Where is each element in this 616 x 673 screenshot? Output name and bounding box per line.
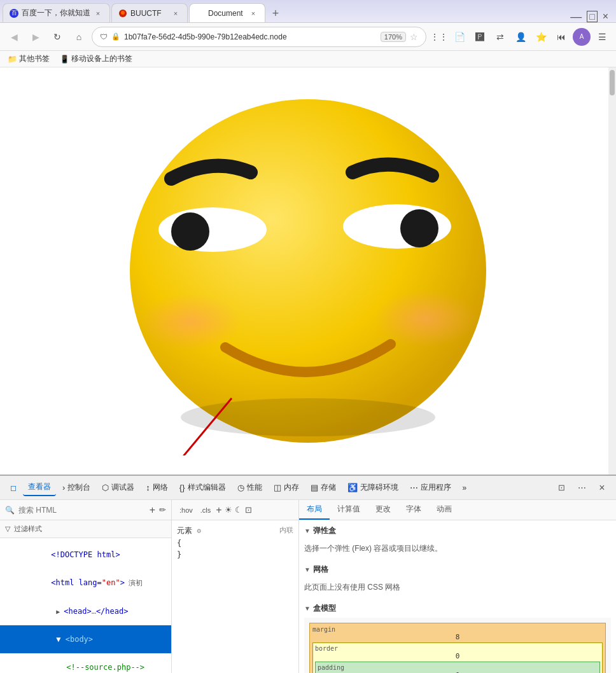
address-input-wrap[interactable]: 🛡 🔒 1b07fa7e-56d2-4d5b-990e-79b12eab4edc… xyxy=(92,27,426,47)
tab-layout[interactable]: 布局 xyxy=(299,500,330,520)
add-style-button[interactable]: + xyxy=(216,504,221,516)
html-panel: 🔍 + ✏ ▽ 过滤样式 <!DOCTYPE html> <html lang=… xyxy=(0,500,172,673)
layout-content: ▼ 弹性盒 选择一个弹性 (Flex) 容器或项目以继续。 ▼ 网格 此页面上没… xyxy=(299,520,616,673)
reader-button[interactable]: 📄 xyxy=(451,28,468,46)
emoji-face xyxy=(79,74,537,455)
extensions-button[interactable]: ⋮⋮ xyxy=(430,28,448,46)
html-line-comment[interactable]: <!--source.php--> xyxy=(0,653,171,673)
html-content: <!DOCTYPE html> <html lang="en"> 演初 ▶ <h… xyxy=(0,538,171,673)
css-content: 元素 ⚙ 内联 { } xyxy=(172,520,298,673)
mobile-bookmarks[interactable]: 📱 移动设备上的书签 xyxy=(57,52,135,66)
zoom-badge[interactable]: 170% xyxy=(381,32,406,42)
html-line-body[interactable]: ▼ <body> xyxy=(0,625,171,653)
box-model-header[interactable]: ▼ 盒模型 xyxy=(304,603,611,614)
maximize-button[interactable]: □ xyxy=(587,11,597,22)
grid-section-header[interactable]: ▼ 网格 xyxy=(304,564,611,575)
history-button[interactable]: ⏮ xyxy=(552,28,570,46)
avatar-button[interactable]: A xyxy=(573,28,591,46)
tab-document[interactable]: Document × xyxy=(189,3,265,22)
svg-point-1 xyxy=(121,11,125,15)
grid-arrow: ▼ xyxy=(304,566,311,573)
hov-button[interactable]: :hov xyxy=(177,505,195,515)
flex-section-header[interactable]: ▼ 弹性盒 xyxy=(304,525,611,536)
tab-close-document[interactable]: × xyxy=(248,8,258,18)
accessibility-tab[interactable]: ♿ 无障碍环境 xyxy=(342,480,403,496)
html-add-node-button[interactable]: + xyxy=(150,504,155,516)
app-icon: ⋯ xyxy=(410,483,418,492)
mobile-folder-icon: 📱 xyxy=(60,55,69,64)
new-tab-button[interactable]: + xyxy=(267,4,284,22)
folder-icon: 📁 xyxy=(8,55,17,64)
minimize-button[interactable]: — xyxy=(570,11,582,22)
overflow-button[interactable]: ⋯ xyxy=(573,479,591,497)
tab-baidu[interactable]: 百 百度一下，你就知道 × xyxy=(3,3,110,22)
layout-panel: 布局 计算值 更改 字体 动画 ▼ 弹性盒 选择一个弹性 (Flex) 容器或项… xyxy=(299,500,616,673)
cls-button[interactable]: .cls xyxy=(198,505,214,515)
profile-button[interactable]: 👤 xyxy=(512,28,529,46)
close-devtools-button[interactable]: × xyxy=(593,479,611,497)
close-window-button[interactable]: × xyxy=(603,11,608,22)
app-tab[interactable]: ⋯ 应用程序 xyxy=(405,480,456,496)
console-tab[interactable]: › 控制台 xyxy=(57,480,95,496)
screenshot-css-button[interactable]: ⊡ xyxy=(245,505,252,515)
debugger-label: 调试器 xyxy=(111,482,134,493)
margin-top-val[interactable]: 8 xyxy=(456,633,460,641)
page-content xyxy=(0,67,616,475)
network-label: 网络 xyxy=(153,482,168,493)
menu-button[interactable]: ☰ xyxy=(593,28,611,46)
star-icon[interactable]: ☆ xyxy=(410,32,418,42)
scrollbar-right[interactable] xyxy=(608,67,616,475)
dock-button[interactable]: ⊡ xyxy=(552,479,570,497)
debugger-tab[interactable]: ⬡ 调试器 xyxy=(97,480,139,496)
debugger-icon: ⬡ xyxy=(102,483,109,492)
box-model-section: ▼ 盒模型 margin 8 xyxy=(304,603,611,673)
address-text: 1b07fa7e-56d2-4d5b-990e-79b12eab4edc.nod… xyxy=(124,32,377,41)
other-bookmarks[interactable]: 📁 其他书签 xyxy=(5,52,52,66)
tab-computed[interactable]: 计算值 xyxy=(330,500,368,520)
network-tab[interactable]: ↕ 网络 xyxy=(141,480,173,496)
reload-button[interactable]: ↻ xyxy=(48,28,66,46)
dark-mode-button[interactable]: ☾ xyxy=(235,505,242,515)
home-button[interactable]: ⌂ xyxy=(70,28,88,46)
scrollbar-thumb[interactable] xyxy=(610,70,615,95)
inspector-icon[interactable]: ◻ xyxy=(5,481,22,495)
element-label: 元素 xyxy=(177,526,192,535)
tab-close-buuctf[interactable]: × xyxy=(171,8,181,18)
html-search-input[interactable] xyxy=(18,506,146,515)
html-line-html[interactable]: <html lang="en"> 演初 xyxy=(0,569,171,597)
memory-tab[interactable]: ◫ 内存 xyxy=(269,480,304,496)
storage-icon: ▤ xyxy=(311,483,318,492)
style-editor-icon: {} xyxy=(179,483,185,492)
filter-icon: ▽ xyxy=(5,525,10,533)
tab-close-baidu[interactable]: × xyxy=(93,8,103,18)
flex-section-body: 选择一个弹性 (Flex) 容器或项目以继续。 xyxy=(304,540,611,557)
tab-changes[interactable]: 更改 xyxy=(368,500,398,520)
tab-baidu-label: 百度一下，你就知道 xyxy=(22,8,90,18)
css-toolbar: :hov .cls + ☀ ☾ ⊡ xyxy=(172,500,298,520)
network-icon: ↕ xyxy=(146,483,150,492)
performance-icon: ◷ xyxy=(237,483,244,492)
sync-button[interactable]: ⇄ xyxy=(491,28,509,46)
html-line-doctype[interactable]: <!DOCTYPE html> xyxy=(0,541,171,569)
tab-buuctf[interactable]: BUUCTF × xyxy=(111,3,188,22)
border-top-val[interactable]: 0 xyxy=(456,652,460,660)
performance-tab[interactable]: ◷ 性能 xyxy=(232,480,267,496)
inspector-tab[interactable]: 查看器 xyxy=(23,479,56,496)
back-button[interactable]: ◀ xyxy=(5,28,23,46)
shield-icon: 🛡 xyxy=(100,32,108,41)
document-favicon xyxy=(196,9,205,18)
style-editor-tab[interactable]: {} 样式编辑器 xyxy=(174,480,231,496)
html-screenshot-button[interactable]: ✏ xyxy=(159,505,166,515)
tab-font[interactable]: 字体 xyxy=(398,500,429,520)
forward-button[interactable]: ▶ xyxy=(27,28,45,46)
bookmark-save-button[interactable]: ⭐ xyxy=(532,28,550,46)
pocket-button[interactable]: 🅿 xyxy=(471,28,489,46)
html-line-head[interactable]: ▶ <head>…</head> xyxy=(0,597,171,625)
light-mode-button[interactable]: ☀ xyxy=(225,505,232,515)
more-tools-button[interactable]: » xyxy=(458,481,472,495)
tab-animation[interactable]: 动画 xyxy=(429,500,459,520)
grid-section: ▼ 网格 此页面上没有使用 CSS 网格 xyxy=(304,564,611,595)
svg-point-7 xyxy=(171,212,209,251)
storage-tab[interactable]: ▤ 存储 xyxy=(305,480,341,496)
gear-icon[interactable]: ⚙ xyxy=(197,527,201,535)
